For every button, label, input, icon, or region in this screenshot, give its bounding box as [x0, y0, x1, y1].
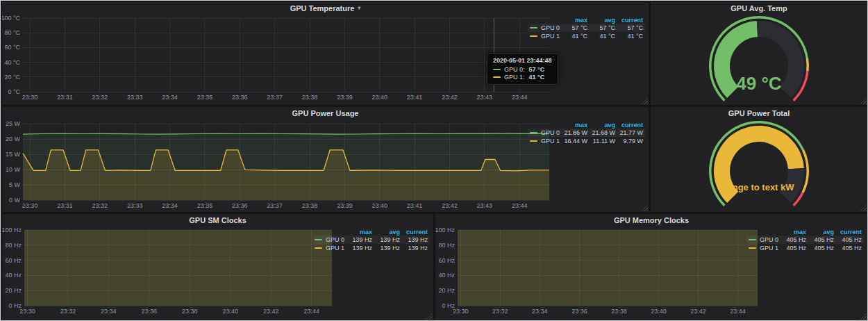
panel-title-text: GPU Avg. Temp [731, 4, 787, 13]
svg-text:60 Hz: 60 Hz [438, 257, 455, 264]
legend-header-current[interactable]: current [836, 229, 864, 236]
svg-text:23:35: 23:35 [197, 94, 213, 101]
legend-value: 9.79 W [617, 137, 645, 145]
series-dash-icon [315, 239, 322, 240]
legend-row: GPU 0139 Hz139 Hz139 Hz [312, 236, 430, 244]
legend-header-max[interactable]: max [781, 229, 808, 236]
svg-text:23:36: 23:36 [142, 308, 158, 315]
svg-text:23:36: 23:36 [232, 94, 248, 101]
svg-text:23:33: 23:33 [127, 94, 143, 101]
svg-text:100 °C: 100 °C [2, 15, 20, 22]
legend-header-avg[interactable]: avg [590, 122, 617, 129]
svg-text:23:42: 23:42 [442, 202, 458, 209]
svg-text:0 W: 0 W [9, 197, 21, 204]
svg-text:23:44: 23:44 [512, 94, 528, 101]
svg-text:0 °C: 0 °C [8, 88, 20, 95]
svg-text:60 °C: 60 °C [4, 44, 20, 51]
panel-title-text: GPU Memory Clocks [614, 216, 689, 224]
svg-text:23:32: 23:32 [60, 308, 76, 315]
legend-series-name[interactable]: GPU 0 [760, 236, 778, 243]
legend-row: GPU 1405 Hz405 Hz405 Hz [746, 244, 864, 252]
panel-gpu-temperature: GPU Temperature ▾ 0 °C20 °C40 °C60 °C80 … [2, 2, 649, 105]
svg-text:23:30: 23:30 [19, 308, 35, 315]
svg-text:23:34: 23:34 [532, 308, 548, 315]
legend-header-avg[interactable]: avg [590, 17, 617, 24]
temperature-legend: maxavgcurrentGPU 057 °C57 °C57 °CGPU 141… [528, 17, 645, 40]
legend-header-max[interactable]: max [562, 122, 590, 129]
panel-gpu-power-usage: GPU Power Usage 0 W5 W10 W15 W20 W25 W23… [2, 107, 649, 212]
legend-value: 11.11 W [590, 137, 617, 145]
legend-header-max[interactable]: max [347, 229, 374, 236]
series-dash-icon [530, 132, 537, 133]
power-usage-legend: maxavgcurrentGPU 021.86 W21.68 W21.77 WG… [528, 122, 645, 145]
legend-value: 139 Hz [402, 244, 430, 252]
svg-text:23:37: 23:37 [267, 202, 283, 209]
tooltip-series-value: 41 °C [529, 74, 545, 81]
svg-text:23:40: 23:40 [372, 94, 387, 101]
legend-series-name[interactable]: GPU 1 [541, 33, 560, 40]
legend-value: 405 Hz [836, 236, 864, 244]
svg-text:23:32: 23:32 [492, 308, 508, 315]
legend-value: 41 °C [590, 32, 617, 40]
svg-text:23:34: 23:34 [162, 202, 178, 209]
svg-text:23:40: 23:40 [651, 308, 667, 315]
svg-text:23:35: 23:35 [197, 202, 213, 209]
svg-text:23:30: 23:30 [22, 202, 38, 209]
legend-row: GPU 1139 Hz139 Hz139 Hz [312, 244, 430, 252]
panel-title-text: GPU Power Usage [292, 109, 359, 117]
svg-text:23:34: 23:34 [101, 308, 117, 315]
legend-value: 139 Hz [347, 236, 374, 244]
panel-title-gpu-power-usage[interactable]: GPU Power Usage [2, 107, 649, 120]
legend-value: 405 Hz [808, 236, 836, 244]
svg-text:23:32: 23:32 [92, 202, 108, 209]
svg-text:23:38: 23:38 [302, 94, 318, 101]
svg-text:100 Hz: 100 Hz [435, 227, 455, 233]
svg-text:23:41: 23:41 [407, 202, 423, 209]
svg-text:80 Hz: 80 Hz [5, 242, 22, 249]
legend-header-current[interactable]: current [617, 122, 645, 129]
svg-text:23:37: 23:37 [267, 94, 283, 101]
legend-header-avg[interactable]: avg [374, 229, 402, 236]
svg-text:80 Hz: 80 Hz [438, 242, 455, 249]
legend-value: 139 Hz [374, 244, 402, 252]
grafana-dashboard: GPU Temperature ▾ 0 °C20 °C40 °C60 °C80 … [0, 0, 868, 321]
legend-series-name[interactable]: GPU 0 [541, 24, 560, 31]
series-dash-icon [493, 69, 501, 70]
panel-title-gpu-temperature[interactable]: GPU Temperature ▾ [2, 2, 649, 15]
chevron-down-icon[interactable]: ▾ [358, 6, 360, 11]
legend-series-name[interactable]: GPU 1 [760, 245, 778, 252]
svg-text:23:31: 23:31 [57, 94, 73, 101]
legend-series-name[interactable]: GPU 1 [541, 138, 560, 145]
series-dash-icon [530, 27, 537, 28]
panel-gpu-memory-clocks: GPU Memory Clocks 0 Hz20 Hz40 Hz60 Hz80 … [435, 214, 867, 320]
panel-title-gpu-sm-clocks[interactable]: GPU SM Clocks [2, 214, 433, 227]
legend-header-current[interactable]: current [617, 17, 645, 24]
svg-text:23:44: 23:44 [730, 308, 746, 315]
tooltip-row: GPU 1:41 °C [493, 74, 552, 81]
tooltip-series-value: 57 °C [529, 66, 545, 73]
legend-value: 405 Hz [836, 244, 864, 252]
panel-gpu-avg-temp: GPU Avg. Temp 49 °C [651, 2, 867, 105]
legend-row: GPU 057 °C57 °C57 °C [528, 24, 645, 32]
svg-text:23:36: 23:36 [571, 308, 587, 315]
svg-text:23:38: 23:38 [611, 308, 627, 315]
svg-text:23:32: 23:32 [92, 94, 108, 101]
avg-temp-gauge-value: 49 °C [651, 73, 867, 94]
svg-text:23:31: 23:31 [57, 202, 73, 209]
legend-header-avg[interactable]: avg [808, 229, 836, 236]
svg-text:23:33: 23:33 [127, 202, 143, 209]
legend-header-max[interactable]: max [562, 17, 590, 24]
panel-title-gpu-memory-clocks[interactable]: GPU Memory Clocks [435, 214, 867, 227]
legend-header-current[interactable]: current [402, 229, 430, 236]
legend-value: 16.44 W [562, 137, 590, 145]
svg-text:23:36: 23:36 [232, 202, 248, 209]
svg-text:23:40: 23:40 [372, 202, 387, 209]
legend-series-name[interactable]: GPU 0 [541, 129, 560, 136]
svg-text:23:38: 23:38 [302, 202, 318, 209]
panel-gpu-power-total: GPU Power Total range to text kW [651, 107, 867, 212]
legend-series-name[interactable]: GPU 1 [326, 245, 344, 252]
svg-text:23:42: 23:42 [442, 94, 458, 101]
legend-series-name[interactable]: GPU 0 [326, 236, 344, 243]
svg-text:23:30: 23:30 [22, 94, 38, 101]
svg-text:80 °C: 80 °C [4, 29, 20, 36]
